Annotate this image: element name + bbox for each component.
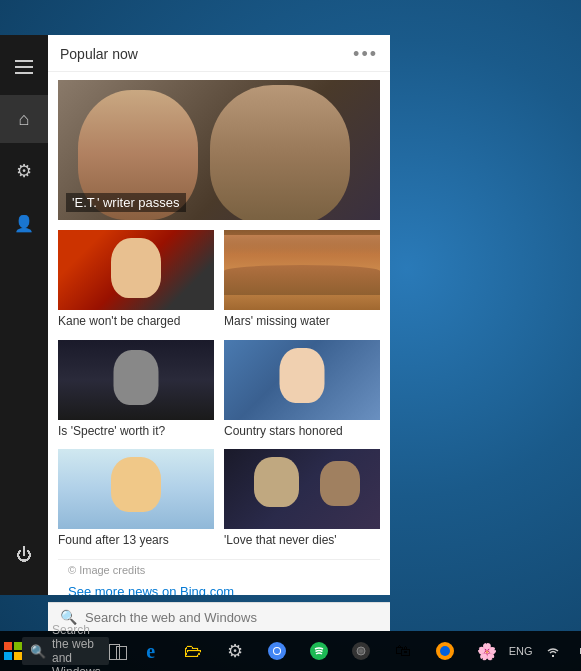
taskbar-search-icon: 🔍 (30, 644, 46, 659)
chrome-icon (267, 641, 287, 661)
story-image-inner-kane (58, 230, 214, 310)
story-image-inner-love (224, 449, 380, 529)
windows-logo-icon (4, 642, 22, 660)
story-caption-kane: Kane won't be charged (58, 314, 214, 330)
settings-gear-icon: ⚙ (16, 160, 32, 182)
edge-icon: e (146, 640, 155, 663)
story-image-spectre (58, 340, 214, 420)
taskbar-app-spotify[interactable] (299, 631, 339, 671)
groove-icon (351, 641, 371, 661)
story-item-country[interactable]: Country stars honored (224, 340, 380, 440)
story-item-spectre[interactable]: Is 'Spectre' worth it? (58, 340, 214, 440)
story-image-mars (224, 230, 380, 310)
story-image-kane (58, 230, 214, 310)
taskbar-app-explorer[interactable]: 🗁 (173, 631, 213, 671)
firefox-icon (435, 641, 455, 661)
news-more-button[interactable]: ••• (353, 45, 378, 63)
sidebar-item-power[interactable]: ⏻ (0, 531, 48, 579)
story-image-inner-mars (224, 230, 380, 310)
taskbar-apps: e 🗁 ⚙ (131, 631, 507, 671)
hero-face-male (210, 85, 350, 220)
wifi-icon (545, 643, 561, 659)
taskbar-app-photos[interactable]: 🌸 (467, 631, 507, 671)
volume-icon (577, 643, 581, 659)
taskbar-app-edge[interactable]: e (131, 631, 171, 671)
story-image-inner-country (224, 340, 380, 420)
story-image-country (224, 340, 380, 420)
taskbar-search[interactable]: 🔍 Search the web and Windows (22, 637, 109, 665)
story-item-love[interactable]: 'Love that never dies' (224, 449, 380, 549)
explorer-icon: 🗁 (184, 641, 202, 662)
svg-rect-1 (14, 642, 22, 650)
tray-volume-icon[interactable] (571, 637, 581, 665)
tray-network-icon[interactable] (539, 637, 567, 665)
story-image-inner-boy (58, 449, 214, 529)
svg-rect-3 (14, 652, 22, 660)
story-caption-love: 'Love that never dies' (224, 533, 380, 549)
taskbar-app-settings[interactable]: ⚙ (215, 631, 255, 671)
spotify-icon (309, 641, 329, 661)
story-item-kane[interactable]: Kane won't be charged (58, 230, 214, 330)
story-caption-spectre: Is 'Spectre' worth it? (58, 424, 214, 440)
svg-rect-0 (4, 642, 12, 650)
image-credits: © Image credits (68, 564, 370, 576)
desktop: ⌂ ⚙ 👤 ⏻ Popular now ••• (0, 0, 581, 671)
story-image-boy (58, 449, 214, 529)
taskbar: 🔍 Search the web and Windows e 🗁 ⚙ (0, 631, 581, 671)
tray-language-icon[interactable]: ENG (507, 637, 535, 665)
sidebar-item-home[interactable]: ⌂ (0, 95, 48, 143)
start-button[interactable] (4, 631, 22, 671)
taskbar-app-chrome[interactable] (257, 631, 297, 671)
task-view-button[interactable] (109, 637, 127, 665)
taskbar-tray: ENG 6:57 PM 10/29/2015 (507, 636, 581, 667)
sidebar-bottom-items: ⏻ (0, 531, 48, 579)
news-footer: © Image credits See more news on Bing.co… (58, 559, 380, 595)
stories-grid: Kane won't be charged Mars' missing wate… (58, 230, 380, 549)
taskbar-app-groove[interactable] (341, 631, 381, 671)
see-more-link[interactable]: See more news on Bing.com (68, 584, 234, 595)
sidebar-item-people[interactable]: 👤 (0, 199, 48, 247)
taskbar-search-label: Search the web and Windows (52, 623, 101, 671)
sidebar-item-hamburger[interactable] (0, 43, 48, 91)
sidebar-top-items: ⌂ ⚙ 👤 (0, 43, 48, 531)
power-icon: ⏻ (16, 546, 32, 564)
news-panel-title: Popular now (60, 46, 138, 62)
store-icon: 🛍 (395, 642, 411, 660)
news-header: Popular now ••• (48, 35, 390, 72)
news-panel: Popular now ••• 'E.T.' writer passes (48, 35, 390, 595)
story-caption-boy: Found after 13 years (58, 533, 214, 549)
story-caption-country: Country stars honored (224, 424, 380, 440)
news-hero-story[interactable]: 'E.T.' writer passes (58, 80, 380, 220)
taskbar-app-firefox[interactable] (425, 631, 465, 671)
photos-icon: 🌸 (477, 642, 497, 661)
settings-taskbar-icon: ⚙ (227, 640, 243, 662)
hamburger-icon (15, 60, 33, 74)
story-image-love (224, 449, 380, 529)
hero-caption: 'E.T.' writer passes (66, 193, 186, 212)
people-icon: 👤 (14, 214, 34, 233)
taskbar-app-store[interactable]: 🛍 (383, 631, 423, 671)
story-item-boy[interactable]: Found after 13 years (58, 449, 214, 549)
sidebar-item-settings[interactable]: ⚙ (0, 147, 48, 195)
task-view-icon (109, 644, 127, 658)
svg-point-6 (274, 648, 280, 654)
news-content[interactable]: 'E.T.' writer passes Kane won't be charg… (48, 72, 390, 595)
story-image-inner-spectre (58, 340, 214, 420)
svg-rect-2 (4, 652, 12, 660)
hero-image: 'E.T.' writer passes (58, 80, 380, 220)
search-input[interactable] (85, 610, 378, 625)
story-caption-mars: Mars' missing water (224, 314, 380, 330)
sidebar: ⌂ ⚙ 👤 ⏻ (0, 35, 48, 595)
svg-point-12 (440, 646, 450, 656)
home-icon: ⌂ (19, 109, 30, 130)
svg-point-10 (359, 649, 363, 653)
story-item-mars[interactable]: Mars' missing water (224, 230, 380, 330)
